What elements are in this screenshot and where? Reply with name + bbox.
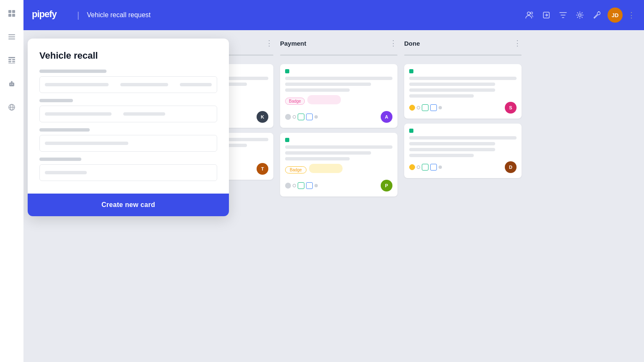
header-left: pipefy | Vehicle recall request <box>32 8 151 22</box>
board: Action plan + ⋮ <box>23 30 644 362</box>
form-label-skeleton-2 <box>39 99 73 102</box>
modal-footer: Create new card <box>28 194 229 216</box>
sidebar-icon-list[interactable] <box>5 30 18 44</box>
svg-rect-12 <box>8 63 15 64</box>
svg-rect-1 <box>12 10 15 13</box>
input-skeleton <box>180 83 212 86</box>
card-payment-1: Badge A <box>280 64 397 128</box>
column-payment: Payment ⋮ Badge <box>280 39 397 354</box>
sidebar-icon-table[interactable] <box>5 54 18 67</box>
card-icon <box>417 165 420 169</box>
card-payment-2: Badge P <box>280 133 397 197</box>
sidebar-icon-globe[interactable] <box>5 101 18 114</box>
svg-rect-9 <box>12 59 15 60</box>
header-right: JD ⋮ <box>524 8 636 23</box>
form-input-4[interactable] <box>39 164 217 181</box>
logo: pipefy <box>32 8 70 22</box>
card-tags <box>285 69 392 73</box>
badge-pink: Badge <box>285 98 305 105</box>
input-skeleton <box>45 142 128 145</box>
done-column-menu[interactable]: ⋮ <box>514 39 522 48</box>
card-done-2: D <box>404 124 522 178</box>
svg-rect-7 <box>8 57 15 58</box>
settings-icon[interactable] <box>574 9 586 21</box>
svg-rect-5 <box>8 36 15 37</box>
badge-yellow: Badge <box>285 166 306 173</box>
sidebar-icon-grid[interactable] <box>5 7 18 20</box>
column-payment-header: Payment ⋮ <box>280 39 397 48</box>
svg-rect-15 <box>12 84 13 85</box>
skeleton <box>285 151 371 155</box>
svg-point-22 <box>527 12 530 15</box>
card-tags <box>409 129 517 133</box>
user-avatar[interactable]: JD <box>608 8 623 23</box>
skeleton-badge <box>307 95 341 104</box>
card-icon <box>314 184 318 187</box>
svg-rect-4 <box>8 34 15 35</box>
column-payment-title: Payment <box>280 40 306 47</box>
card-footer: P <box>285 180 392 191</box>
form-input-2[interactable] <box>39 106 217 122</box>
card-icon <box>293 184 296 187</box>
card-icon <box>430 104 437 111</box>
card-icon <box>439 165 442 169</box>
header: pipefy | Vehicle recall request <box>23 0 644 30</box>
card-avatar: K <box>257 111 268 123</box>
main-content: pipefy | Vehicle recall request <box>23 0 644 362</box>
card-tags <box>409 69 517 73</box>
card-done-1: S <box>404 64 522 119</box>
card-icon <box>422 164 428 171</box>
form-group-4 <box>39 158 217 181</box>
column-done-title: Done <box>404 40 420 47</box>
skeleton <box>409 142 495 145</box>
create-new-card-button[interactable]: Create new card <box>101 201 155 209</box>
payment-column-line <box>280 54 397 56</box>
input-skeleton <box>45 112 112 116</box>
svg-rect-11 <box>12 61 15 62</box>
form-label-skeleton-4 <box>39 158 81 161</box>
form-group-3 <box>39 128 217 152</box>
sidebar-icon-robot[interactable] <box>5 77 18 90</box>
performing-recall-column-menu[interactable]: ⋮ <box>265 39 273 48</box>
header-dots-menu[interactable]: ⋮ <box>628 10 636 20</box>
skeleton <box>409 154 474 157</box>
input-skeleton <box>120 83 168 86</box>
svg-rect-17 <box>12 81 12 82</box>
column-done-header: Done ⋮ <box>404 39 522 48</box>
payment-column-menu[interactable]: ⋮ <box>390 39 397 48</box>
create-card-modal: Vehicle recall <box>28 39 229 216</box>
svg-point-23 <box>531 12 533 14</box>
tag-green <box>409 69 413 73</box>
svg-rect-8 <box>8 59 11 60</box>
card-footer: S <box>409 102 517 114</box>
sidebar <box>0 0 23 362</box>
input-skeleton <box>123 112 165 116</box>
form-label-skeleton-3 <box>39 128 90 132</box>
skeleton <box>409 94 474 98</box>
wrench-icon[interactable] <box>591 9 602 21</box>
form-input-3[interactable] <box>39 135 217 152</box>
svg-rect-10 <box>8 61 11 62</box>
svg-rect-0 <box>8 10 11 13</box>
form-input-1[interactable] <box>39 76 217 93</box>
card-icon <box>314 115 318 119</box>
column-done: Done ⋮ <box>404 39 522 354</box>
filter-icon[interactable] <box>557 9 569 21</box>
card-avatar: A <box>381 111 392 123</box>
import-icon[interactable] <box>540 9 552 21</box>
modal-title: Vehicle recall <box>39 50 217 61</box>
card-icon <box>285 114 291 120</box>
svg-text:pipefy: pipefy <box>32 9 57 19</box>
input-skeleton <box>45 171 87 174</box>
form-group-2 <box>39 99 217 122</box>
users-icon[interactable] <box>524 9 535 21</box>
tag-green <box>285 69 289 73</box>
card-avatar: D <box>505 161 517 173</box>
card-icon <box>430 164 437 171</box>
svg-rect-6 <box>8 39 15 39</box>
svg-rect-3 <box>12 14 15 17</box>
skeleton <box>285 145 392 149</box>
svg-rect-14 <box>10 84 11 85</box>
card-icon <box>417 106 420 109</box>
skeleton <box>285 83 371 86</box>
